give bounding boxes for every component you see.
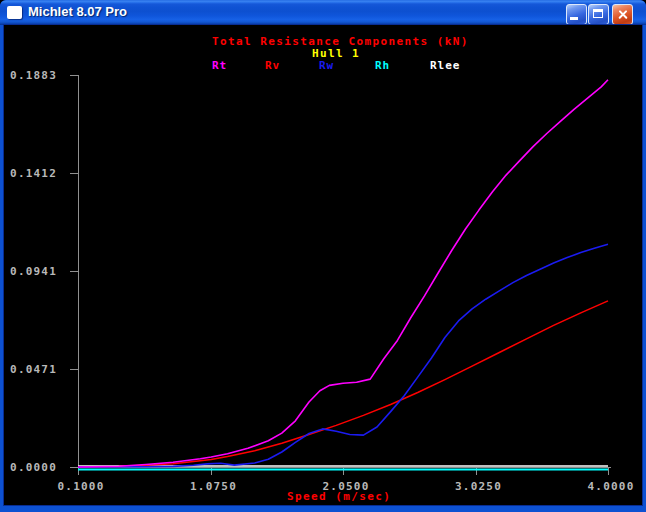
y-tick-label: 0.1412 (10, 167, 57, 180)
y-tick-label: 0.0471 (10, 363, 57, 376)
x-tick-label: 0.1000 (58, 480, 105, 493)
series-rw-curve (78, 244, 608, 467)
legend-item-rw: Rw (319, 59, 334, 72)
resistance-chart: 0.18830.14120.09410.04710.00000.10001.07… (0, 0, 646, 512)
series-rt-curve (78, 80, 608, 467)
legend-item-rlee: Rlee (430, 59, 461, 72)
x-axis-label: Speed (m/sec) (287, 490, 391, 503)
x-tick-label: 4.0000 (588, 480, 635, 493)
y-tick-label: 0.1883 (10, 69, 57, 82)
app-window: Michlet 8.07 Pro 0.18830.14120.09410.047… (0, 0, 646, 512)
x-tick-label: 3.0250 (455, 480, 502, 493)
x-tick-label: 1.0750 (190, 480, 237, 493)
legend-item-rv: Rv (265, 59, 280, 72)
y-tick-label: 0.0941 (10, 265, 57, 278)
y-tick-label: 0.0000 (10, 461, 57, 474)
legend-item-rh: Rh (375, 59, 390, 72)
legend-item-rt: Rt (212, 59, 227, 72)
